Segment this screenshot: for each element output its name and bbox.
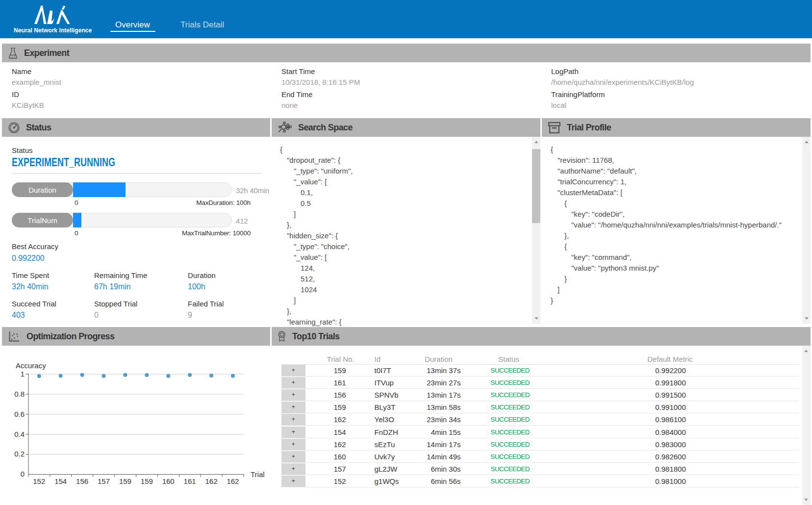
svg-text:152: 152: [33, 477, 45, 485]
svg-text:0: 0: [21, 470, 25, 478]
svg-text:157: 157: [98, 477, 110, 485]
svg-text:161: 161: [184, 477, 196, 485]
svg-text:162: 162: [205, 477, 217, 485]
svg-text:154: 154: [54, 477, 67, 485]
svg-text:160: 160: [162, 477, 175, 485]
svg-text:159: 159: [119, 477, 131, 485]
svg-text:Trial: Trial: [251, 470, 265, 479]
svg-text:162: 162: [227, 477, 239, 485]
svg-text:159: 159: [141, 477, 153, 485]
svg-text:156: 156: [76, 477, 88, 485]
svg-text:Accuracy: Accuracy: [16, 361, 46, 370]
svg-text:0.8: 0.8: [14, 390, 25, 398]
svg-text:0.6: 0.6: [14, 410, 25, 418]
svg-text:0.2: 0.2: [14, 450, 25, 458]
svg-text:0.4: 0.4: [14, 430, 25, 438]
svg-text:1: 1: [21, 370, 25, 378]
